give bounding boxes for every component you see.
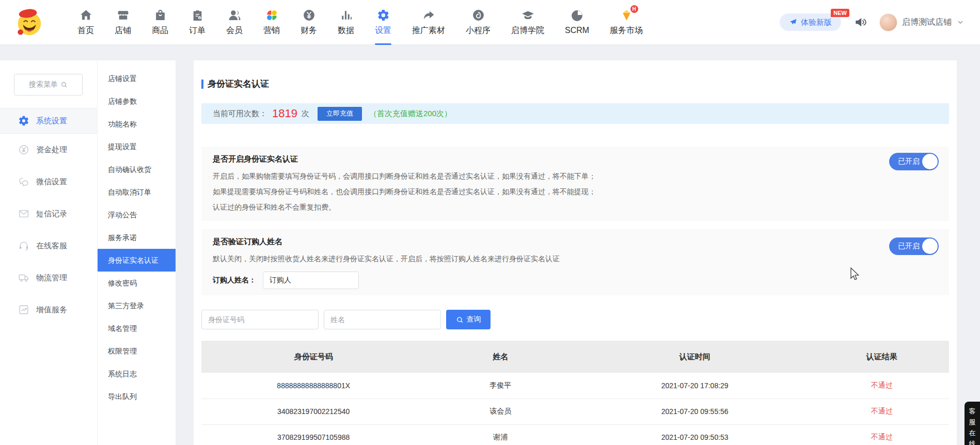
new-badge: NEW [831, 9, 849, 17]
sidebar-item-label: 资金处理 [36, 145, 67, 155]
quota-unit: 次 [302, 109, 309, 119]
table-header-cell: 认证时间 [575, 341, 814, 373]
submenu-item[interactable]: 身份证实名认证 [98, 249, 176, 272]
nav-item-promo[interactable]: 推广素材 [412, 0, 445, 45]
table-header-row: 身份证号码姓名认证时间认证结果 [201, 341, 949, 373]
name-verify-toggle[interactable]: 已开启 [889, 237, 939, 255]
service-tab-char: 在 [969, 427, 976, 438]
main-content: 身份证实名认证 当前可用次数： 1819 次 立即充值 （首次充值赠送200次）… [194, 60, 957, 445]
submenu-item[interactable]: 系统日志 [98, 362, 176, 385]
store-name: 启博测试店铺 [902, 17, 952, 28]
sidebar-item-chart[interactable]: 增值服务 [0, 294, 97, 326]
nav-item-label: 店铺 [115, 25, 131, 36]
query-button[interactable]: 查询 [446, 310, 491, 329]
quota-bonus-note: （首次充值赠送200次） [369, 109, 452, 119]
academy-icon [521, 9, 534, 22]
name-cell: 李俊平 [425, 373, 575, 399]
buyer-name-input[interactable] [263, 272, 359, 289]
nav-item-scrm[interactable]: SCRM [565, 0, 589, 45]
nav-item-data[interactable]: 数据 [338, 0, 354, 45]
submenu-item[interactable]: 域名管理 [98, 317, 176, 340]
nav-item-label: 订单 [189, 25, 206, 36]
submenu-item[interactable]: 权限管理 [98, 340, 176, 362]
submenu-item[interactable]: 修改密码 [98, 272, 176, 294]
nav-item-order[interactable]: 订单 [189, 0, 206, 45]
submenu-item[interactable]: 自动确认收货 [98, 158, 176, 181]
sidebar-item-label: 物流管理 [36, 273, 67, 283]
menu-search-input[interactable]: 搜索菜单 [14, 74, 83, 96]
name-cell: 该会员 [425, 399, 575, 424]
id-number-search-input[interactable] [201, 310, 319, 329]
search-icon [456, 316, 464, 324]
promo-icon [422, 9, 435, 22]
headset-icon [18, 240, 29, 251]
nav-item-settings[interactable]: 设置 [375, 0, 391, 45]
submenu-item[interactable]: 店铺参数 [98, 90, 176, 113]
sidebar-item-wechat[interactable]: 微信设置 [0, 166, 97, 198]
submenu-item[interactable]: 服务承诺 [98, 226, 176, 249]
member-icon [228, 9, 241, 22]
sidebar-item-gear[interactable]: 系统设置 [0, 108, 97, 134]
nav-item-label: 营销 [263, 25, 280, 36]
nav-item-academy[interactable]: 启博学院 [511, 0, 544, 45]
sidebar-item-truck[interactable]: 物流管理 [0, 262, 97, 294]
submenu-item[interactable]: 提现设置 [98, 135, 176, 158]
nav-item-label: 推广素材 [412, 25, 445, 36]
account-menu[interactable]: 启博测试店铺 [879, 13, 965, 31]
time-cell: 2021-07-20 09:55:56 [575, 399, 814, 424]
submenu-item[interactable]: 功能名称 [98, 113, 176, 135]
service-tab-char: 服 [969, 417, 976, 427]
nav-item-goods[interactable]: 商品 [152, 0, 168, 45]
customer-service-tab[interactable]: 客服在线 [965, 402, 980, 445]
nav-item-marketing[interactable]: 营销 [263, 0, 280, 45]
sidebar-item-mail[interactable]: 短信记录 [0, 198, 97, 230]
submenu-item[interactable]: 导出队列 [98, 385, 176, 408]
top-right-cluster: 体验新版 NEW 启博测试店铺 [780, 13, 965, 31]
table-row: 370829199507105988谢浦2021-07-20 09:50:53不… [201, 424, 949, 445]
table-row: 88888888888888801X李俊平2021-07-20 17:08:29… [201, 373, 949, 399]
id-verify-toggle-label: 已开启 [898, 157, 920, 166]
name-verify-desc: 默认关闭，关闭时按照收货人姓名来进行身份证实名认证，开启后，将按照订购人姓名来进… [213, 251, 938, 266]
service-tab-char: 客 [969, 406, 976, 417]
sidebar-item-headset[interactable]: 在线客服 [0, 230, 97, 262]
nav-item-finance[interactable]: 财务 [301, 0, 317, 45]
name-verify-panel: 是否验证订购人姓名 默认关闭，关闭时按照收货人姓名来进行身份证实名认证，开启后，… [201, 229, 949, 295]
nav-item-label: SCRM [565, 26, 589, 35]
sidebar-item-yen[interactable]: 资金处理 [0, 134, 97, 166]
secondary-sidebar: 店铺设置店铺参数功能名称提现设置自动确认收货自动取消订单浮动公告服务承诺身份证实… [97, 60, 176, 445]
table-header-cell: 认证结果 [814, 341, 949, 373]
search-icon [60, 81, 68, 88]
submenu-item[interactable]: 浮动公告 [98, 203, 176, 226]
data-icon [340, 9, 353, 22]
name-search-input[interactable] [324, 310, 441, 329]
sidebar-item-label: 短信记录 [36, 209, 67, 219]
verification-records-table: 身份证号码姓名认证时间认证结果 88888888888888801X李俊平202… [201, 341, 949, 445]
nav-item-shop[interactable]: 店铺 [115, 0, 131, 45]
nav-item-market[interactable]: H服务市场 [610, 0, 643, 45]
try-new-version-button[interactable]: 体验新版 NEW [780, 13, 841, 31]
nav-item-label: 首页 [77, 25, 94, 36]
hot-badge: H [630, 5, 638, 13]
submenu-item[interactable]: 第三方登录 [98, 294, 176, 317]
top-nav: 首页店铺商品订单会员营销财务数据设置推广素材小程序启博学院SCRMH服务市场 体… [0, 0, 980, 45]
recharge-button[interactable]: 立即充值 [318, 107, 362, 121]
sidebar-item-label: 系统设置 [36, 116, 67, 126]
announcement-speaker-icon[interactable] [853, 15, 867, 29]
nav-item-label: 服务市场 [610, 25, 643, 36]
order-icon [191, 9, 204, 22]
submenu-item[interactable]: 自动取消订单 [98, 181, 176, 203]
nav-item-label: 商品 [152, 25, 168, 36]
submenu-item[interactable]: 店铺设置 [98, 67, 176, 90]
nav-item-member[interactable]: 会员 [226, 0, 243, 45]
wechat-icon [18, 176, 29, 187]
primary-sidebar-items: 系统设置资金处理微信设置短信记录在线客服物流管理增值服务 [0, 108, 97, 326]
primary-sidebar: 搜索菜单 系统设置资金处理微信设置短信记录在线客服物流管理增值服务 [0, 60, 97, 445]
id-verify-line-1: 开启后，如果购物需要填写身份证号码，会调用接口判断身份证和姓名是否通过实名认证，… [213, 168, 938, 184]
nav-item-miniprogram[interactable]: 小程序 [466, 0, 491, 45]
nav-item-label: 小程序 [466, 25, 491, 36]
nav-item-label: 数据 [338, 25, 354, 36]
query-button-label: 查询 [467, 315, 481, 324]
nav-item-home[interactable]: 首页 [77, 0, 94, 45]
app-logo-icon[interactable] [14, 7, 44, 38]
id-verify-toggle[interactable]: 已开启 [889, 153, 939, 170]
